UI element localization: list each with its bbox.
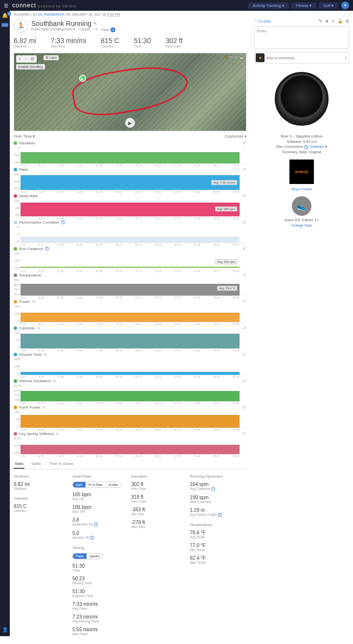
chart-performance condition: Performance Condition ? ⤢ 100-10 4.108.2…	[14, 219, 246, 243]
chart-expand-icon[interactable]: ⤢	[243, 431, 246, 436]
notes-field[interactable]: Notes	[254, 26, 349, 49]
add-button[interactable]: +	[341, 1, 349, 9]
left-nav: 🔔8 164 👤	[0, 11, 10, 636]
chart-ground time: Ground Time IQ ⤢ 200010000 4.108.2012.30…	[14, 351, 246, 375]
stat-pair: 318 ft Elev Loss	[131, 494, 180, 503]
chart-run cadence: Run Cadence ? ⤢ 200175150 Avg: 164 spm 4…	[14, 245, 246, 270]
timing-pills[interactable]: PaceSpeed	[72, 553, 103, 559]
chart-expand-icon[interactable]: ⤢	[243, 273, 246, 277]
tab-splits[interactable]: Splits	[30, 460, 42, 469]
map-laps-toggle[interactable]: ☰ Laps	[44, 55, 59, 60]
stat-pair: 302 ft Elev Gain	[131, 482, 180, 490]
chart-expand-icon[interactable]: ⤢	[243, 220, 246, 225]
chart-expand-icon[interactable]: ⤢	[243, 140, 246, 145]
nav-fitness[interactable]: Fitness ▾	[291, 2, 316, 9]
prev-activity-icon[interactable]: ‹	[344, 13, 345, 16]
breadcrumb: RUNNING • BY DC RAINMAKER ON JANUARY 30,…	[10, 11, 353, 18]
activity-map[interactable]: +−⊡ ☰ Laps Enable Scrolling ☀ 70.0° ☁ ▶ …	[14, 53, 246, 131]
summary-stat: 302 ftElev Gain	[166, 37, 183, 48]
chart-canvas[interactable]: 5002500 4.108.2012.3016.4020.5025.0029.1…	[14, 305, 246, 322]
map-play-button[interactable]: ▶	[125, 118, 135, 128]
chart-canvas[interactable]: 200010000 4.108.2012.3016.4020.5025.0029…	[14, 358, 246, 375]
chart-color-dot	[14, 247, 17, 251]
chart-label: Cadence	[19, 326, 35, 330]
chart-label: Elevation	[19, 141, 35, 145]
edit-icon[interactable]: ✎	[93, 21, 97, 26]
like-button[interactable]: ♡ 0 Likes	[254, 19, 271, 23]
activity-title[interactable]: Southbank Running ✎	[31, 20, 115, 27]
chart-color-dot	[14, 274, 17, 277]
chart-canvas[interactable]: 0.005.0010.00 Avg: 7:33 min/mi 4.108.201…	[14, 173, 246, 190]
messages-icon[interactable]: 164	[1, 23, 8, 27]
next-activity-icon[interactable]: ›	[348, 13, 349, 16]
tab-zones[interactable]: Time in Zones	[48, 460, 74, 469]
favorite-icon[interactable]: ★	[325, 19, 329, 23]
chart-expand-icon[interactable]: ⤢	[243, 299, 246, 304]
stat-pair: -383 ft Min Elev	[131, 507, 180, 516]
chart-customize[interactable]: Customize ▾	[225, 134, 246, 138]
summary-stats: 6.82 miDistance7:33 min/miAvg Pace815 CC…	[14, 34, 246, 53]
chart-mode-toggle[interactable]: Over Time ▾	[14, 134, 35, 138]
chart-canvas[interactable]: 100-10 4.108.2012.3016.4020.5025.0029.10…	[14, 226, 246, 243]
stat-pair: -278 ft Max Elev	[131, 520, 180, 529]
chart-avg-label: Avg: 79.6 °F	[217, 286, 237, 291]
chart-color-dot	[14, 194, 17, 198]
chart-label: Power	[19, 299, 30, 304]
notifications-icon[interactable]: 🔔8	[2, 13, 8, 18]
chart-expand-icon[interactable]: ⤢	[243, 325, 246, 330]
chart-expand-icon[interactable]: ⤢	[243, 193, 246, 198]
chart-canvas[interactable]: 85.080.075.070.0 Avg: 79.6 °F 4.108.2012…	[14, 278, 246, 296]
chart-label: Pace	[19, 167, 28, 172]
stats-col-hr-timing: Heart Rate bpm% of MaxZones 165 bpmAvg H…	[72, 474, 121, 640]
chart-heart rate: Heart Rate ⤢ 200150100 Avg: 165 bpm 4.10…	[14, 192, 246, 217]
chart-color-dot	[14, 353, 17, 356]
map-weather: ☀ 70.0° ☁	[224, 55, 243, 60]
top-bar: ☰ connectpowered by Garmin Activity Trac…	[0, 0, 353, 11]
nav-golf[interactable]: Golf ▾	[318, 2, 338, 9]
chart-canvas[interactable]: 100500 4.108.2012.3016.4020.5025.0029.10…	[14, 331, 246, 349]
stats-col-dynamics-temp: Running Dynamics 164 spmAvg Cadence ?190…	[190, 474, 239, 640]
chart-expand-icon[interactable]: ⤢	[243, 405, 246, 410]
chart-canvas[interactable]: 100500 4.108.2012.3016.4020.5025.0029.10…	[14, 411, 246, 428]
activity-type-icon: 🏃	[14, 19, 27, 33]
stats-col-elevation: Elevation 302 ft Elev Gain 318 ft Elev L…	[131, 474, 180, 640]
chart-color-dot	[14, 326, 17, 330]
nav-activity-tracking[interactable]: Activity Tracking ▾	[248, 2, 289, 9]
chart-expand-icon[interactable]: ⤢	[243, 352, 246, 357]
stryd-logo: STRYD	[289, 160, 314, 184]
chart-elevation: Elevation ⤢ 0-250-500 4.108.2012.3016.40…	[14, 139, 246, 164]
comment-expand-icon[interactable]: ⁞	[344, 55, 348, 61]
hr-pills[interactable]: bpm% of MaxZones	[72, 482, 121, 488]
chart-label: Performance Condition	[19, 220, 59, 225]
map-enable-scrolling[interactable]: Enable Scrolling	[16, 64, 45, 69]
menu-icon[interactable]: ☰	[4, 3, 8, 8]
share-icon[interactable]: ⇪	[331, 19, 335, 23]
chart-canvas[interactable]: 15.0010.005.000.00 4.108.2012.3016.4020.…	[14, 384, 246, 402]
chart-vertical oscillation: Vertical Oscillation IQ ⤢ 15.0010.005.00…	[14, 377, 246, 402]
summary-stat: 7:33 min/miAvg Pace	[51, 37, 86, 48]
edit-icon[interactable]: ✎	[319, 19, 322, 23]
chart-label: Heart Rate	[19, 194, 38, 198]
elev-corrections-link[interactable]: : Disabled	[308, 144, 324, 149]
chart-canvas[interactable]: 20.0010.000.00 4.108.2012.3016.4020.5025…	[14, 437, 246, 455]
lock-icon[interactable]: 🔒	[338, 19, 343, 23]
chart-expand-icon[interactable]: ⤢	[243, 167, 246, 172]
stats-tabs: Stats Splits Time in Zones	[14, 460, 246, 469]
nav-user-icon[interactable]: 👤	[2, 627, 8, 632]
chart-expand-icon[interactable]: ⤢	[243, 378, 246, 383]
tab-stats[interactable]: Stats	[14, 460, 24, 469]
chart-avg-label: Avg: 7:33 min/mi	[211, 180, 237, 185]
chart-canvas[interactable]: 200175150 Avg: 164 spm 4.108.2012.3016.4…	[14, 252, 246, 270]
settings-icon[interactable]: ⚙	[346, 19, 349, 23]
comment-input[interactable]	[266, 56, 342, 60]
change-gear-link[interactable]: Change Gear	[291, 224, 312, 227]
author-link[interactable]: DC RAINMAKER	[38, 13, 65, 16]
summary-stat: 51:30Time	[134, 37, 151, 48]
chart-form power: Form Power IQ ⤢ 100500 4.108.2012.3016.4…	[14, 404, 246, 428]
chart-canvas[interactable]: 200150100 Avg: 165 bpm 4.108.2012.3016.4…	[14, 199, 246, 217]
chart-expand-icon[interactable]: ⤢	[243, 246, 246, 251]
gear-name: Asics DS Trainer 17	[254, 218, 349, 222]
map-zoom-controls[interactable]: +−⊡	[16, 55, 37, 63]
chart-canvas[interactable]: 0-250-500 4.108.2012.3016.4020.5025.0029…	[14, 146, 246, 164]
stryd-link[interactable]: Stryd Power	[291, 187, 312, 191]
